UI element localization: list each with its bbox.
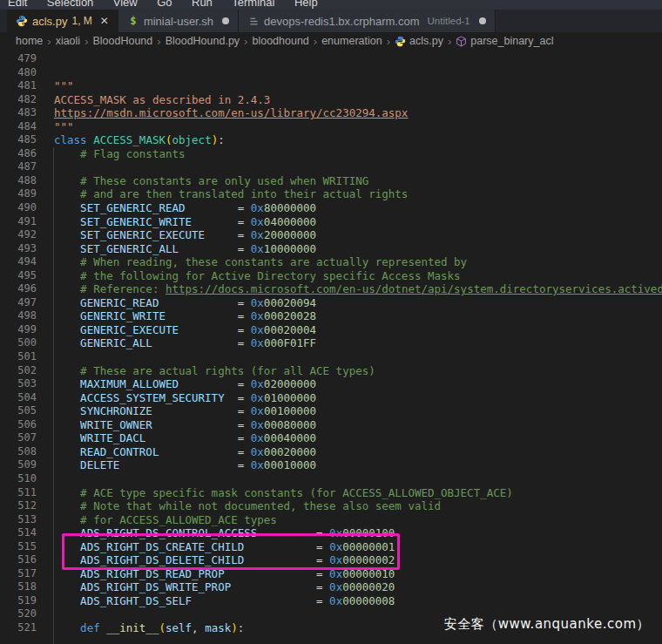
line-number[interactable]: 479 [0, 52, 37, 66]
code-line[interactable]: 507 WRITE_DACL = 0x00040000 [0, 431, 662, 445]
code-line[interactable]: 479 [0, 52, 662, 66]
line-number[interactable]: 481 [0, 79, 37, 93]
code-editor[interactable]: 479480481"""482ACCESS_MASK as described … [0, 50, 662, 644]
line-number[interactable]: 491 [0, 215, 37, 229]
code-line[interactable]: 497 GENERIC_READ = 0x00020094 [0, 296, 662, 310]
code-line[interactable]: 511 # ACE type specific mask constants (… [0, 486, 662, 500]
code-line[interactable]: 505 SYNCHRONIZE = 0x00100000 [0, 404, 662, 418]
code-line[interactable]: 510 [0, 472, 662, 486]
line-number[interactable]: 503 [0, 377, 37, 391]
dirty-dot-icon[interactable] [222, 17, 229, 24]
menu-item-run[interactable]: Run [184, 0, 220, 9]
code-line[interactable]: 515 ADS_RIGHT_DS_CREATE_CHILD = 0x000000… [0, 540, 662, 554]
line-number[interactable]: 520 [0, 607, 37, 621]
code-line[interactable]: 486 # Flag constants [0, 147, 662, 161]
code-line[interactable]: 499 GENERIC_EXECUTE = 0x00020004 [0, 323, 662, 337]
line-number[interactable]: 497 [0, 296, 37, 310]
code-line[interactable]: 483https://msdn.microsoft.com/en-us/libr… [0, 106, 662, 120]
line-number[interactable]: 521 [0, 621, 37, 635]
breadcrumb-item-bloodhound-pkg[interactable]: bloodhound [252, 35, 308, 47]
code-line[interactable]: 517 ADS_RIGHT_DS_READ_PROP = 0x00000010 [0, 567, 662, 581]
line-number[interactable]: 488 [0, 174, 37, 188]
line-number[interactable]: 513 [0, 513, 37, 527]
menu-item-terminal[interactable]: Terminal [224, 0, 282, 9]
code-line[interactable]: 504 ACCESS_SYSTEM_SECURITY = 0x01000000 [0, 391, 662, 405]
dirty-dot-icon[interactable] [479, 17, 486, 24]
code-line[interactable]: 514 ADS_RIGHT_DS_CONTROL_ACCESS = 0x0000… [0, 526, 662, 540]
line-number[interactable]: 485 [0, 133, 37, 147]
code-line[interactable]: 516 ADS_RIGHT_DS_DELETE_CHILD = 0x000000… [0, 553, 662, 567]
line-number[interactable]: 500 [0, 336, 37, 350]
code-line[interactable]: 492 SET_GENERIC_EXECUTE = 0x20000000 [0, 228, 662, 242]
code-line[interactable]: 480 [0, 66, 662, 80]
code-line[interactable]: 490 SET_GENERIC_READ = 0x80000000 [0, 201, 662, 215]
line-number[interactable]: 510 [0, 472, 37, 486]
line-number[interactable]: 499 [0, 323, 37, 337]
line-number[interactable]: 512 [0, 499, 37, 513]
code-line[interactable]: 498 GENERIC_WRITE = 0x00020028 [0, 309, 662, 323]
breadcrumb-item-acls-py[interactable]: acls.py [395, 35, 443, 47]
line-number[interactable]: 514 [0, 526, 37, 540]
line-number[interactable]: 482 [0, 93, 37, 107]
line-number[interactable]: 489 [0, 187, 37, 201]
line-number[interactable]: 516 [0, 553, 37, 567]
breadcrumb-item-bloodhound-py[interactable]: BloodHound.py [166, 35, 240, 47]
code-line[interactable]: 506 WRITE_OWNER = 0x00080000 [0, 418, 662, 432]
code-line[interactable]: 496 # Reference: https://docs.microsoft.… [0, 282, 662, 296]
code-line[interactable]: 509 DELETE = 0x00010000 [0, 458, 662, 472]
line-number[interactable]: 494 [0, 255, 37, 269]
breadcrumb-item-home[interactable]: home [16, 35, 43, 47]
code-line[interactable]: 489 # and are then translated into their… [0, 187, 662, 201]
menu-item-selection[interactable]: Selection [39, 0, 101, 9]
code-line[interactable]: 519 ADS_RIGHT_DS_SELF = 0x00000008 [0, 594, 662, 608]
code-line[interactable]: 518 ADS_RIGHT_DS_WRITE_PROP = 0x00000020 [0, 580, 662, 594]
code-line[interactable]: 502 # These are actual rights (for all A… [0, 364, 662, 378]
code-line[interactable]: 501 [0, 350, 662, 364]
breadcrumb-item-enumeration[interactable]: enumeration [321, 35, 382, 47]
code-line[interactable]: 487 [0, 160, 662, 174]
code-line[interactable]: 482ACCESS_MASK as described in 2.4.3 [0, 93, 662, 107]
code-line[interactable]: 508 READ_CONTROL = 0x00020000 [0, 445, 662, 459]
breadcrumb-item-parse-binary-acl[interactable]: parse_binary_acl [456, 35, 553, 47]
line-number[interactable]: 507 [0, 431, 37, 445]
menu-item-help[interactable]: Help [287, 0, 326, 9]
close-icon[interactable]: ✕ [100, 15, 109, 27]
line-number[interactable]: 515 [0, 540, 37, 554]
code-line[interactable]: 488 # These constants are only used when… [0, 174, 662, 188]
breadcrumb-item-xiaoli[interactable]: xiaoli [56, 35, 81, 47]
line-number[interactable]: 495 [0, 269, 37, 283]
line-number[interactable]: 501 [0, 350, 37, 364]
line-number[interactable]: 511 [0, 486, 37, 500]
code-line[interactable]: 513 # for ACCESS_ALLOWED_ACE types [0, 513, 662, 527]
code-line[interactable]: 494 # When reading, these constants are … [0, 255, 662, 269]
menu-item-view[interactable]: View [105, 0, 145, 9]
line-number[interactable]: 480 [0, 66, 37, 80]
code-line[interactable]: 503 MAXIMUM_ALLOWED = 0x02000000 [0, 377, 662, 391]
line-number[interactable]: 487 [0, 160, 37, 174]
code-line[interactable]: 495 # the following for Active Directory… [0, 269, 662, 283]
line-number[interactable]: 517 [0, 567, 37, 581]
line-number[interactable]: 484 [0, 120, 37, 134]
line-number[interactable]: 518 [0, 580, 37, 594]
line-number[interactable]: 493 [0, 242, 37, 256]
tab-devops-redis-untitled[interactable]: devops-redis1.bx.crpharm.com Untitled-1 [239, 10, 496, 32]
code-line[interactable]: 512 # Note that while not documented, th… [0, 499, 662, 513]
code-line[interactable]: 481""" [0, 79, 662, 93]
menu-item-edit[interactable]: Edit [0, 0, 35, 9]
line-number[interactable]: 505 [0, 404, 37, 418]
line-number[interactable]: 506 [0, 418, 37, 432]
tab-minial-user-sh[interactable]: $ minial-user.sh [118, 10, 239, 32]
code-line[interactable]: 500 GENERIC_ALL = 0x000F01FF [0, 336, 662, 350]
line-number[interactable]: 504 [0, 391, 37, 405]
line-number[interactable]: 490 [0, 201, 37, 215]
menu-item-go[interactable]: Go [149, 0, 179, 9]
line-number[interactable]: 486 [0, 147, 37, 161]
tab-acls-py[interactable]: acls.py 1, M ✕ [7, 10, 118, 32]
code-line[interactable]: 491 SET_GENERIC_WRITE = 0x04000000 [0, 215, 662, 229]
line-number[interactable]: 508 [0, 445, 37, 459]
code-line[interactable]: 493 SET_GENERIC_ALL = 0x10000000 [0, 242, 662, 256]
line-number[interactable]: 496 [0, 282, 37, 296]
line-number[interactable]: 519 [0, 594, 37, 608]
line-number[interactable]: 498 [0, 309, 37, 323]
code-line[interactable]: 484""" [0, 120, 662, 134]
